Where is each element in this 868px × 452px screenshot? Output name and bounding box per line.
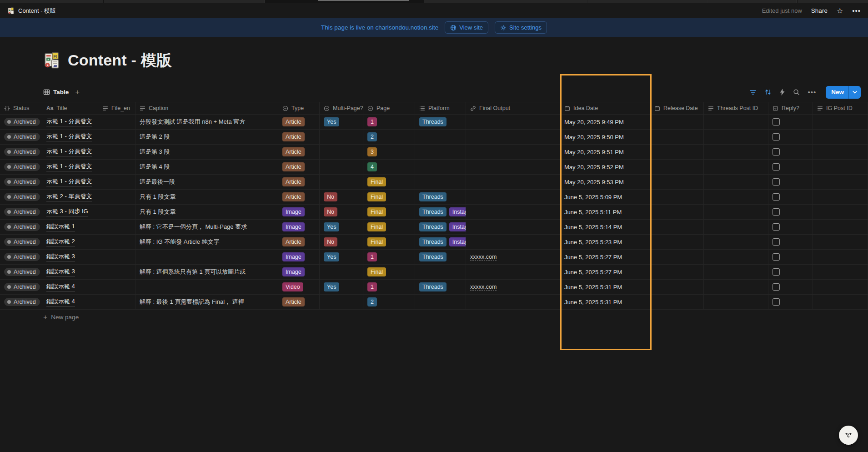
column-header-multipage[interactable]: Multi-Page? bbox=[320, 102, 363, 114]
table-cell-status[interactable]: Archived bbox=[0, 265, 42, 279]
table-cell-caption[interactable]: 解釋 : 它不是一個分頁， Multi-Page 要求 bbox=[135, 220, 278, 234]
table-cell-final_output[interactable] bbox=[466, 130, 560, 144]
table-cell-status[interactable]: Archived bbox=[0, 205, 42, 219]
table-cell-caption[interactable]: 只有 1 段文章 bbox=[135, 190, 278, 204]
table-cell-caption[interactable]: 解釋 : 最後 1 頁需要標記為 Final， 這裡 bbox=[135, 295, 278, 309]
reply-checkbox[interactable] bbox=[773, 118, 780, 126]
table-cell-title[interactable]: 示範 2 - 單頁發文 bbox=[42, 190, 98, 204]
new-page-row[interactable]: + New page bbox=[0, 310, 868, 325]
browser-tab[interactable] bbox=[0, 0, 103, 3]
view-site-button[interactable]: View site bbox=[445, 21, 488, 34]
table-cell-multipage[interactable]: Yes bbox=[320, 220, 363, 234]
reply-checkbox[interactable] bbox=[773, 133, 780, 141]
row-title[interactable]: 錯誤示範 3 bbox=[46, 267, 75, 276]
table-cell-release_date[interactable] bbox=[650, 235, 704, 249]
table-cell-file_en[interactable] bbox=[98, 280, 135, 294]
table-cell-ig_post_id[interactable] bbox=[813, 190, 868, 204]
table-cell-final_output[interactable] bbox=[466, 220, 560, 234]
table-cell-release_date[interactable] bbox=[650, 250, 704, 264]
column-header-reply[interactable]: Reply? bbox=[768, 102, 813, 114]
table-cell-multipage[interactable]: No bbox=[320, 190, 363, 204]
table-cell-ig_post_id[interactable] bbox=[813, 250, 868, 264]
table-cell-idea_date[interactable]: May 20, 2025 9:52 PM bbox=[560, 160, 650, 174]
table-cell-idea_date[interactable]: June 5, 2025 5:27 PM bbox=[560, 265, 650, 279]
table-cell-release_date[interactable] bbox=[650, 220, 704, 234]
table-cell-file_en[interactable] bbox=[98, 250, 135, 264]
table-cell-threads_post_id[interactable] bbox=[704, 190, 768, 204]
table-cell-threads_post_id[interactable] bbox=[704, 160, 768, 174]
table-cell-file_en[interactable] bbox=[98, 205, 135, 219]
table-cell-multipage[interactable] bbox=[320, 145, 363, 159]
table-cell-final_output[interactable] bbox=[466, 235, 560, 249]
table-cell-final_output[interactable] bbox=[466, 145, 560, 159]
reply-checkbox[interactable] bbox=[773, 223, 780, 231]
table-cell-page[interactable]: 4 bbox=[363, 160, 415, 174]
table-cell-ig_post_id[interactable] bbox=[813, 235, 868, 249]
table-cell-type[interactable]: Article bbox=[278, 190, 320, 204]
table-cell-page[interactable]: 2 bbox=[363, 130, 415, 144]
table-cell-idea_date[interactable]: June 5, 2025 5:14 PM bbox=[560, 220, 650, 234]
column-header-file_en[interactable]: File_en bbox=[98, 102, 135, 114]
table-cell-title[interactable]: 示範 1 - 分頁發文 bbox=[42, 160, 98, 174]
table-cell-platform[interactable] bbox=[415, 295, 466, 309]
table-cell-platform[interactable]: ThreadsInstagram bbox=[415, 235, 466, 249]
table-cell-reply[interactable] bbox=[768, 190, 813, 204]
table-cell-reply[interactable] bbox=[768, 130, 813, 144]
table-cell-status[interactable]: Archived bbox=[0, 145, 42, 159]
row-title[interactable]: 錯誤示範 1 bbox=[46, 222, 75, 231]
row-title[interactable]: 示範 1 - 分頁發文 bbox=[46, 177, 92, 186]
table-cell-release_date[interactable] bbox=[650, 130, 704, 144]
table-cell-file_en[interactable] bbox=[98, 145, 135, 159]
table-cell-type[interactable]: Image bbox=[278, 265, 320, 279]
row-title[interactable]: 錯誤示範 3 bbox=[46, 252, 75, 261]
table-cell-multipage[interactable] bbox=[320, 175, 363, 189]
table-cell-type[interactable]: Article bbox=[278, 235, 320, 249]
column-header-title[interactable]: AaTitle bbox=[42, 102, 98, 114]
more-options-icon[interactable]: ••• bbox=[852, 7, 861, 15]
table-cell-idea_date[interactable]: June 5, 2025 5:31 PM bbox=[560, 280, 650, 294]
table-cell-page[interactable]: Final bbox=[363, 175, 415, 189]
table-cell-title[interactable]: 示範 1 - 分頁發文 bbox=[42, 175, 98, 189]
table-cell-release_date[interactable] bbox=[650, 175, 704, 189]
column-header-idea_date[interactable]: Idea Date bbox=[560, 102, 650, 114]
table-cell-idea_date[interactable]: May 20, 2025 9:53 PM bbox=[560, 175, 650, 189]
table-cell-multipage[interactable] bbox=[320, 130, 363, 144]
final-output-link[interactable]: xxxxx.com bbox=[470, 254, 497, 261]
table-cell-multipage[interactable] bbox=[320, 265, 363, 279]
table-cell-type[interactable]: Article bbox=[278, 145, 320, 159]
table-cell-final_output[interactable] bbox=[466, 190, 560, 204]
table-cell-threads_post_id[interactable] bbox=[704, 295, 768, 309]
table-cell-ig_post_id[interactable] bbox=[813, 145, 868, 159]
table-cell-page[interactable]: Final bbox=[363, 235, 415, 249]
table-cell-final_output[interactable] bbox=[466, 295, 560, 309]
table-cell-idea_date[interactable]: May 20, 2025 9:51 PM bbox=[560, 145, 650, 159]
table-cell-title[interactable]: 示範 3 - 同步 IG bbox=[42, 205, 98, 219]
reply-checkbox[interactable] bbox=[773, 178, 780, 186]
table-cell-page[interactable]: 3 bbox=[363, 145, 415, 159]
new-button-chevron-down-icon[interactable] bbox=[849, 86, 861, 99]
table-cell-file_en[interactable] bbox=[98, 115, 135, 129]
table-cell-ig_post_id[interactable] bbox=[813, 115, 868, 129]
table-cell-ig_post_id[interactable] bbox=[813, 205, 868, 219]
table-cell-release_date[interactable] bbox=[650, 280, 704, 294]
table-cell-platform[interactable] bbox=[415, 130, 466, 144]
table-cell-idea_date[interactable]: June 5, 2025 5:09 PM bbox=[560, 190, 650, 204]
table-cell-platform[interactable]: Threads bbox=[415, 190, 466, 204]
table-cell-platform[interactable]: ThreadsInstagram bbox=[415, 220, 466, 234]
reply-checkbox[interactable] bbox=[773, 208, 780, 216]
table-cell-multipage[interactable]: No bbox=[320, 235, 363, 249]
table-cell-final_output[interactable] bbox=[466, 115, 560, 129]
share-button[interactable]: Share bbox=[811, 7, 828, 14]
table-cell-page[interactable]: Final bbox=[363, 220, 415, 234]
site-settings-button[interactable]: Site settings bbox=[495, 21, 547, 34]
table-cell-final_output[interactable] bbox=[466, 175, 560, 189]
row-title[interactable]: 錯誤示範 2 bbox=[46, 237, 75, 246]
table-cell-type[interactable]: Image bbox=[278, 220, 320, 234]
browser-tab[interactable] bbox=[708, 0, 797, 3]
column-header-final_output[interactable]: Final Output bbox=[466, 102, 560, 114]
column-header-page[interactable]: Page bbox=[363, 102, 415, 114]
reply-checkbox[interactable] bbox=[773, 148, 780, 156]
table-cell-type[interactable]: Article bbox=[278, 160, 320, 174]
table-cell-ig_post_id[interactable] bbox=[813, 220, 868, 234]
final-output-link[interactable]: xxxxx.com bbox=[470, 284, 497, 291]
